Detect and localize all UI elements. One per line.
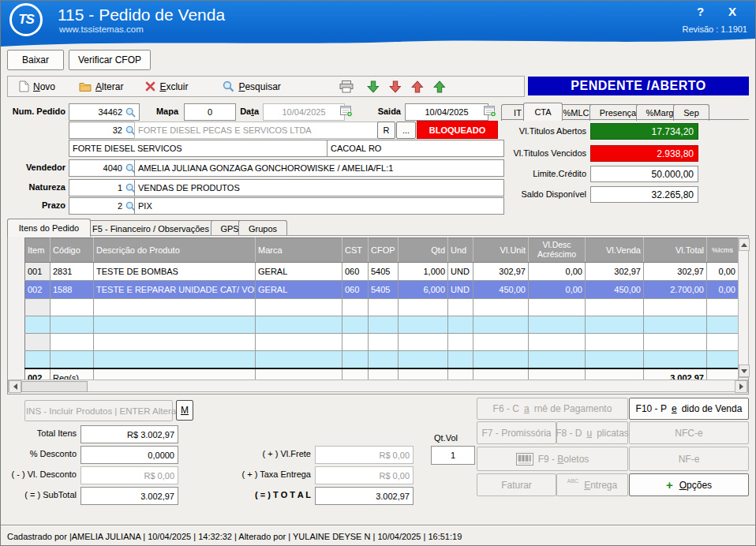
tab-itens-do-pedido[interactable]: Itens do Pedido [7, 219, 91, 237]
data-field[interactable]: 10/04/2025 [263, 103, 345, 121]
horizontal-scrollbar[interactable] [8, 380, 748, 392]
natureza-codigo-field[interactable]: 1 [69, 179, 140, 196]
col-descricao[interactable]: Descrição do Produto [94, 238, 256, 263]
verificar-cfop-button[interactable]: Verificar CFOP [69, 50, 151, 70]
ins-incluir-produtos-button[interactable]: INS - Incluir Produtos | ENTER Altera [24, 400, 173, 421]
titulos-abertos-value: 17.734,20 [590, 123, 698, 140]
prazo-nome-field[interactable]: PIX [134, 197, 504, 215]
move-up-red-button[interactable] [411, 80, 424, 93]
num-pedido-value: 34462 [98, 107, 122, 117]
novo-button[interactable]: Novo [19, 80, 55, 92]
vendedor-nome-field[interactable]: AMELIA JULIANA GONZAGA GONCHOROWISKE / A… [134, 159, 504, 177]
vertical-scrollbar[interactable] [738, 237, 749, 378]
natureza-codigo-value: 1 [118, 183, 122, 193]
mapa-field[interactable]: 0 [184, 103, 236, 121]
vl-frete-field[interactable]: R$ 0,00 [315, 446, 414, 464]
cidade-field[interactable]: CACOAL RO [327, 140, 504, 157]
move-down-red-button[interactable] [389, 80, 402, 93]
titulos-vencidos-label: Vl.Titulos Vencidos [501, 148, 586, 158]
qtvol-label: Qt.Vol [425, 433, 466, 443]
cliente-codigo-field[interactable]: 32 [69, 122, 140, 139]
scroll-down-icon[interactable] [739, 365, 750, 377]
col-und[interactable]: Und [448, 238, 473, 263]
col-vl-venda[interactable]: Vl.Venda [586, 238, 644, 263]
calendar-icon[interactable] [484, 104, 496, 117]
saida-field[interactable]: 10/04/2025 [405, 103, 488, 121]
col-icms[interactable]: %Icms [707, 238, 739, 263]
vendedor-label: Vendedor [1, 163, 65, 172]
col-cfop[interactable]: CFOP [369, 238, 399, 263]
prazo-codigo-field[interactable]: 2 [69, 197, 140, 215]
opcoes-button[interactable]: + Opções [629, 473, 749, 496]
cliente-nome-field[interactable]: FORTE DIESEL PECAS E SERVICOS LTDA [134, 122, 381, 139]
tab-grupos[interactable]: Grupos [238, 220, 287, 237]
fantasia-field[interactable]: FORTE DIESEL SERVICOS [69, 140, 332, 157]
table-row[interactable]: 001 2831 TESTE DE BOMBAS GERAL 060 5405 … [25, 263, 739, 281]
scroll-left-icon[interactable] [9, 380, 21, 393]
col-vl-total[interactable]: Vl.Total [644, 238, 707, 263]
natureza-nome-field[interactable]: VENDAS DE PRODUTOS [134, 179, 504, 196]
entrega-button[interactable]: ABC Entrega [556, 473, 628, 496]
pesquisar-button[interactable]: Pesquisar [223, 80, 280, 92]
help-button[interactable]: ? [697, 5, 704, 18]
qtvol-field[interactable]: 1 [431, 446, 475, 465]
table-row-empty[interactable] [25, 316, 739, 334]
arrow-up-red-icon [411, 80, 424, 93]
revision-label: Revisão : 1.1901 [682, 24, 747, 34]
scrollbar-thumb[interactable] [21, 381, 88, 392]
taxa-entrega-field[interactable]: R$ 0,00 [315, 466, 414, 484]
print-icon [339, 80, 354, 93]
limite-credito-label: Limite.Crédito [501, 169, 586, 178]
col-codigo[interactable]: Código [51, 238, 94, 263]
move-up-green-button[interactable] [433, 80, 446, 93]
f8-duplicatas-button[interactable]: F8 - Duplicatas [556, 421, 628, 444]
f6-carne-pagamento-button[interactable]: F6 - Carnê de Pagamento [477, 398, 628, 420]
barcode-icon [516, 453, 533, 466]
arrow-up-green-icon [433, 80, 446, 93]
vl-desconto-field[interactable]: R$ 0,00 [80, 466, 178, 484]
scroll-up-icon[interactable] [739, 238, 750, 251]
faturar-button[interactable]: Faturar [477, 473, 556, 496]
table-row-empty[interactable] [25, 334, 739, 351]
col-cst[interactable]: CST [342, 238, 369, 263]
arrow-down-red-icon [389, 80, 402, 93]
tab-f5-financeiro[interactable]: F5 - Financeiro / Observações [80, 220, 221, 237]
dots-button[interactable]: ... [396, 122, 416, 139]
audit-trail-text: Cadastrado por |AMELIA JULIANA | 10/04/2… [7, 532, 462, 541]
prazo-codigo-value: 2 [118, 201, 122, 211]
vendedor-codigo-field[interactable]: 4040 [69, 159, 140, 177]
ins-button-label: INS - Incluir Produtos | ENTER Altera [26, 406, 176, 416]
tab-sep[interactable]: Sep [673, 104, 709, 121]
subtotal-label: ( = ) SubTotal [1, 490, 77, 499]
website-link: www.tssistemas.com [59, 24, 144, 34]
m-button[interactable]: M [176, 400, 193, 421]
baixar-button[interactable]: Baixar [7, 50, 64, 70]
table-row-empty[interactable] [25, 299, 739, 316]
excluir-button[interactable]: Excluir [145, 81, 188, 92]
table-row-empty[interactable] [25, 351, 739, 369]
col-item[interactable]: Item [25, 238, 51, 263]
col-vl-desc[interactable]: Vl.Desc Acréscimo [529, 238, 586, 263]
r-button[interactable]: R [377, 122, 395, 139]
subtotal-field: 3.002,97 [80, 487, 178, 505]
total-field: 3.002,97 [315, 487, 414, 505]
move-down-green-button[interactable] [367, 80, 380, 93]
col-vl-unit[interactable]: Vl.Unit [473, 238, 529, 263]
items-table: Item Código Descrição do Produto Marca C… [24, 237, 739, 387]
nfce-button[interactable]: NFC-e [629, 421, 749, 444]
table-row-selected[interactable]: 002 1588 TESTE E REPARAR UNIDADE CAT/ VO… [25, 281, 739, 299]
col-qtd[interactable]: Qtd [399, 238, 448, 263]
tab-cta[interactable]: CTA [523, 103, 563, 121]
f10-pedido-venda-button[interactable]: F10 - Pedido de Venda [629, 398, 749, 420]
f7-promissoria-button[interactable]: F7 - Promissória [477, 421, 556, 444]
f9-boletos-button[interactable]: F9 - Boletos [477, 447, 628, 471]
alterar-button[interactable]: Alterar [79, 81, 123, 92]
col-marca[interactable]: Marca [256, 238, 342, 263]
nfe-button[interactable]: NF-e [629, 447, 749, 471]
arrow-down-green-icon [367, 80, 380, 93]
print-button[interactable] [339, 80, 354, 93]
calendar-icon[interactable] [340, 104, 353, 117]
perc-desconto-field[interactable]: 0,0000 [80, 446, 178, 464]
scroll-right-icon[interactable] [735, 380, 747, 393]
close-button[interactable]: X [728, 5, 736, 18]
